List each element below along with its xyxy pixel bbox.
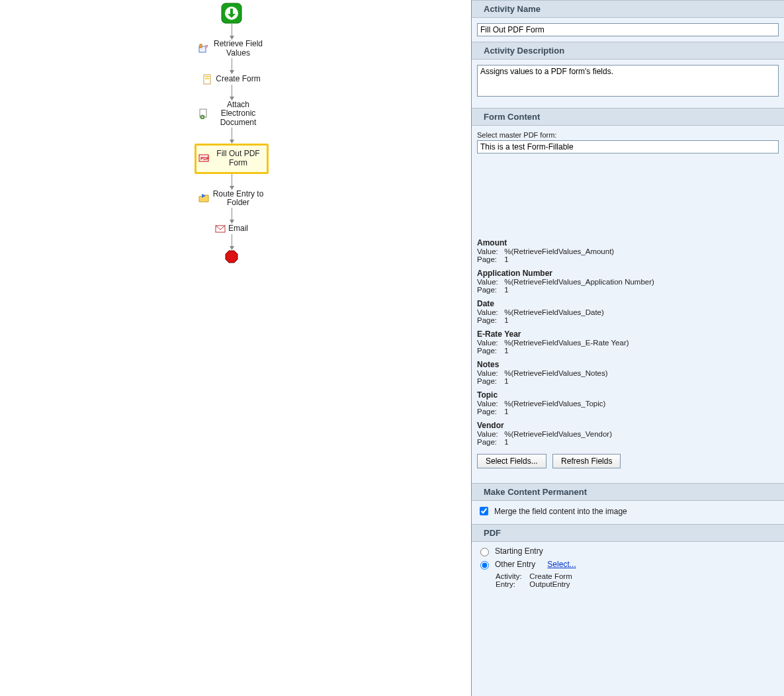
- form-field-value-key: Value:: [477, 308, 502, 316]
- activity-name-input[interactable]: [477, 23, 779, 36]
- svg-marker-21: [226, 251, 238, 263]
- form-field-value: %(RetrieveFieldValues_Topic): [504, 400, 605, 408]
- svg-rect-8: [205, 76, 209, 77]
- form-field-name: Date: [477, 299, 779, 308]
- form-field-page-key: Page:: [477, 377, 502, 385]
- svg-text:PDF: PDF: [200, 156, 209, 161]
- activity-description-input[interactable]: [477, 65, 779, 97]
- form-field-value: %(RetrieveFieldValues_Amount): [504, 247, 614, 255]
- form-field-value-key: Value:: [477, 339, 502, 347]
- form-field-block: E-Rate YearValue: %(RetrieveFieldValues_…: [472, 329, 784, 360]
- form-field-block: VendorValue: %(RetrieveFieldValues_Vendo…: [472, 421, 784, 451]
- workflow-canvas: ? Retrieve Field Values Create Form Atta…: [0, 0, 463, 696]
- workflow-node-attach-electronic-document[interactable]: Attach Electronic Document: [195, 101, 269, 128]
- form-field-value: %(RetrieveFieldValues_Notes): [504, 369, 607, 377]
- form-field-page-key: Page:: [477, 438, 502, 446]
- form-field-name: Application Number: [477, 269, 779, 278]
- connector-arrow-icon: [230, 174, 234, 190]
- workflow-node-label: Route Entry to Folder: [212, 190, 265, 208]
- form-field-page: 1: [504, 347, 508, 355]
- form-field-value: %(RetrieveFieldValues_E-Rate Year): [504, 339, 629, 347]
- form-field-value: %(RetrieveFieldValues_Application Number…: [504, 278, 654, 286]
- pdf-activity-value: Create Form: [529, 572, 572, 580]
- connector-arrow-icon: [230, 208, 234, 224]
- form-field-block: AmountValue: %(RetrieveFieldValues_Amoun…: [472, 238, 784, 269]
- form-field-name: E-Rate Year: [477, 329, 779, 339]
- select-entry-link[interactable]: Select...: [547, 560, 576, 569]
- workflow-node-label: Fill Out PDF Form: [212, 150, 265, 168]
- form-field-page-key: Page:: [477, 347, 502, 355]
- workflow-node-create-form[interactable]: Create Form: [195, 74, 269, 85]
- form-field-name: Notes: [477, 360, 779, 369]
- attach-document-icon: [198, 109, 209, 119]
- starting-entry-label: Starting Entry: [495, 546, 543, 556]
- connector-arrow-icon: [230, 128, 234, 144]
- workflow-node-label: Create Form: [216, 75, 260, 84]
- workflow-node-retrieve-field-values[interactable]: ? Retrieve Field Values: [195, 40, 269, 58]
- form-field-page-key: Page:: [477, 408, 502, 415]
- form-field-name: Amount: [477, 238, 779, 247]
- pdf-icon: PDF: [198, 153, 209, 164]
- retrieve-field-values-icon: ?: [198, 44, 209, 54]
- connector-arrow-icon: [230, 58, 234, 74]
- form-field-page-key: Page:: [477, 316, 502, 324]
- starting-entry-radio[interactable]: [480, 548, 489, 556]
- select-master-pdf-label: Select master PDF form:: [477, 131, 779, 139]
- form-field-name: Topic: [477, 390, 779, 400]
- email-icon: [215, 224, 226, 234]
- workflow-node-label: Retrieve Field Values: [212, 40, 265, 58]
- create-form-icon: [202, 74, 213, 85]
- form-field-block: TopicValue: %(RetrieveFieldValues_Topic)…: [472, 390, 784, 421]
- merge-field-content-label: Merge the field content into the image: [494, 507, 627, 516]
- form-field-value-key: Value:: [477, 247, 502, 255]
- section-header-activity-name: Activity Name: [472, 0, 784, 18]
- stop-icon: [225, 250, 238, 263]
- workflow-start-node[interactable]: [195, 3, 269, 24]
- form-field-value-key: Value:: [477, 369, 502, 377]
- connector-arrow-icon: [230, 85, 234, 101]
- workflow-node-route-entry-to-folder[interactable]: Route Entry to Folder: [195, 190, 269, 208]
- section-header-activity-description: Activity Description: [472, 42, 784, 60]
- master-pdf-form-input[interactable]: [477, 140, 779, 153]
- form-field-page: 1: [504, 255, 508, 263]
- connector-arrow-icon: [230, 234, 234, 250]
- svg-rect-4: [200, 44, 202, 48]
- properties-panel: Activity Name Activity Description Form …: [471, 0, 784, 696]
- form-field-page: 1: [504, 286, 508, 294]
- svg-rect-9: [205, 78, 209, 79]
- workflow-stop-node[interactable]: [195, 250, 269, 263]
- form-field-page: 1: [504, 408, 508, 415]
- form-field-page-key: Page:: [477, 286, 502, 294]
- connector-arrow-icon: [230, 24, 234, 40]
- workflow-node-label: Email: [228, 224, 248, 234]
- starting-entry-radio-row[interactable]: Starting Entry: [477, 546, 779, 556]
- form-field-page: 1: [504, 316, 508, 324]
- form-field-block: NotesValue: %(RetrieveFieldValues_Notes)…: [472, 360, 784, 390]
- pdf-entry-key: Entry:: [496, 580, 527, 588]
- svg-rect-13: [202, 117, 203, 118]
- other-entry-label: Other Entry: [495, 560, 535, 569]
- form-field-value-key: Value:: [477, 400, 502, 408]
- form-field-value-key: Value:: [477, 278, 502, 286]
- form-field-page: 1: [504, 377, 508, 385]
- workflow-node-fill-out-pdf-form[interactable]: PDF Fill Out PDF Form: [195, 144, 269, 174]
- form-field-block: Application NumberValue: %(RetrieveField…: [472, 269, 784, 299]
- workflow-node-email[interactable]: Email: [195, 224, 269, 234]
- other-entry-radio[interactable]: [480, 561, 489, 570]
- section-header-pdf: PDF: [472, 524, 784, 542]
- start-icon: [221, 3, 242, 24]
- merge-field-content-checkbox[interactable]: [480, 507, 488, 515]
- svg-text:?: ?: [205, 44, 208, 50]
- form-field-name: Vendor: [477, 421, 779, 430]
- route-to-folder-icon: [198, 193, 209, 204]
- form-field-block: DateValue: %(RetrieveFieldValues_Date)Pa…: [472, 299, 784, 329]
- refresh-fields-button[interactable]: Refresh Fields: [552, 454, 621, 468]
- section-header-make-content-permanent: Make Content Permanent: [472, 483, 784, 501]
- form-field-value: %(RetrieveFieldValues_Vendor): [504, 430, 612, 438]
- workflow-node-label: Attach Electronic Document: [212, 101, 265, 128]
- other-entry-radio-row[interactable]: Other Entry Select...: [477, 559, 779, 570]
- form-field-value-key: Value:: [477, 430, 502, 438]
- pdf-entry-value: OutputEntry: [529, 580, 570, 588]
- pdf-activity-key: Activity:: [496, 572, 527, 580]
- select-fields-button[interactable]: Select Fields...: [477, 454, 546, 468]
